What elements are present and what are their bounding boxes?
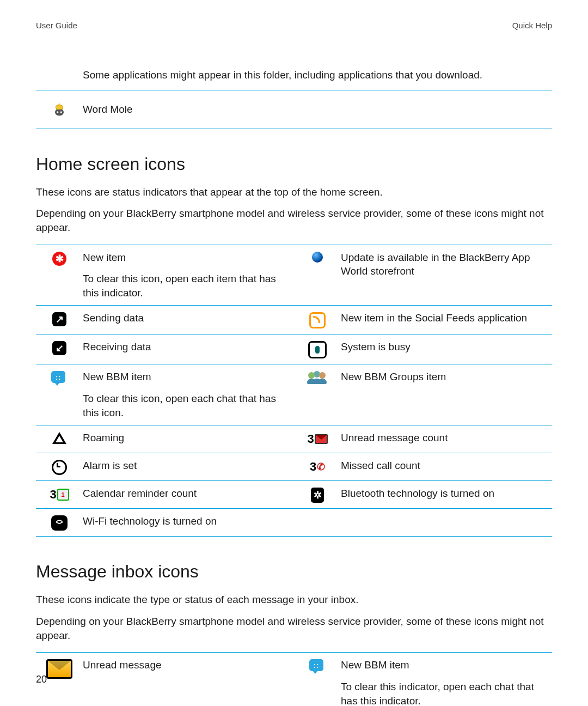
page: User Guide Quick Help Some applications …: [0, 0, 588, 706]
calendar-count-icon: 31: [36, 486, 83, 502]
message-inbox-icons-p2: Depending on your BlackBerry smartphone …: [36, 614, 552, 642]
receiving-data-icon: ↙: [36, 340, 83, 355]
bbm-groups-icon: [294, 370, 341, 385]
new-item-icon: ✱: [36, 251, 83, 266]
home-screen-icons-table: ✱ New item To clear this icon, open each…: [36, 245, 552, 537]
calendar-count-number: 3: [50, 488, 56, 502]
header-left: User Guide: [36, 21, 77, 30]
table-row: 31 Calendar reminder count ✲ Bluetooth t…: [36, 480, 552, 508]
intro-note: Some applications might appear in this f…: [83, 68, 552, 82]
svg-rect-1: [56, 105, 63, 109]
bluetooth-label: Bluetooth technology is turned on: [341, 486, 541, 501]
home-screen-icons-p2: Depending on your BlackBerry smartphone …: [36, 206, 552, 234]
app-world-icon: [294, 251, 341, 263]
bbm-item-label: New BBM item: [83, 370, 283, 384]
system-busy-icon: [294, 340, 341, 358]
roaming-label: Roaming: [83, 431, 283, 445]
sending-data-icon: ↗: [36, 311, 83, 326]
bbm-item-icon: ::: [36, 370, 83, 387]
inbox-bbm-sub: To clear this indicator, open each chat …: [341, 680, 541, 706]
sending-data-label: Sending data: [83, 311, 283, 325]
home-screen-icons-heading: Home screen icons: [36, 154, 552, 174]
wifi-icon: ⌔: [36, 514, 83, 531]
new-item-label: New item: [83, 251, 283, 265]
word-mole-row: Word Mole: [36, 90, 552, 129]
bluetooth-icon: ✲: [294, 486, 341, 503]
system-busy-label: System is busy: [341, 340, 541, 354]
home-screen-icons-p1: These icons are status indicators that a…: [36, 185, 552, 199]
unread-count-label: Unread message count: [341, 431, 541, 445]
page-number: 20: [36, 674, 47, 685]
table-row: :: New BBM item To clear this icon, open…: [36, 364, 552, 425]
calendar-day-number: 1: [57, 489, 69, 501]
alarm-label: Alarm is set: [83, 459, 283, 473]
inbox-bbm-icon: ::: [294, 658, 341, 675]
word-mole-icon: [36, 101, 83, 118]
message-inbox-icons-heading: Message inbox icons: [36, 562, 552, 582]
unread-count-number: 3: [307, 432, 314, 446]
missed-call-number: 3: [310, 460, 316, 474]
app-world-label: Update is available in the BlackBerry Ap…: [341, 251, 541, 278]
word-mole-label: Word Mole: [83, 104, 133, 115]
alarm-icon: [36, 459, 83, 475]
social-feeds-label: New item in the Social Feeds application: [341, 311, 541, 325]
header-bar: User Guide Quick Help: [36, 21, 552, 30]
roaming-icon: [36, 431, 83, 444]
message-inbox-icons-table: Unread message :: New BBM item To clear …: [36, 652, 552, 706]
wifi-label: Wi-Fi technology is turned on: [83, 514, 283, 528]
table-row: ⌔ Wi-Fi technology is turned on: [36, 508, 552, 536]
table-row: Unread message :: New BBM item To clear …: [36, 653, 552, 706]
unread-message-label: Unread message: [83, 658, 283, 672]
header-right: Quick Help: [512, 21, 552, 30]
social-feeds-icon: [294, 311, 341, 328]
bbm-groups-label: New BBM Groups item: [341, 370, 541, 384]
table-row: ✱ New item To clear this icon, open each…: [36, 245, 552, 306]
calendar-count-label: Calendar reminder count: [83, 486, 283, 501]
new-item-sub: To clear this icon, open each item that …: [83, 272, 283, 300]
svg-point-4: [60, 111, 62, 113]
table-row: Roaming 3 Unread message count: [36, 425, 552, 453]
svg-point-3: [57, 111, 58, 113]
table-row: ↗ Sending data New item in the Social Fe…: [36, 305, 552, 334]
message-inbox-icons-p1: These icons indicate the type or status …: [36, 593, 552, 607]
bbm-item-sub: To clear this icon, open each chat that …: [83, 392, 283, 419]
table-row: Alarm is set 3✆ Missed call count: [36, 453, 552, 480]
table-row: ↙ Receiving data System is busy: [36, 334, 552, 364]
unread-count-icon: 3: [294, 431, 341, 446]
missed-call-label: Missed call count: [341, 459, 541, 473]
missed-call-icon: 3✆: [294, 459, 341, 474]
inbox-bbm-label: New BBM item: [341, 658, 541, 672]
svg-rect-2: [58, 103, 60, 105]
receiving-data-label: Receiving data: [83, 340, 283, 354]
